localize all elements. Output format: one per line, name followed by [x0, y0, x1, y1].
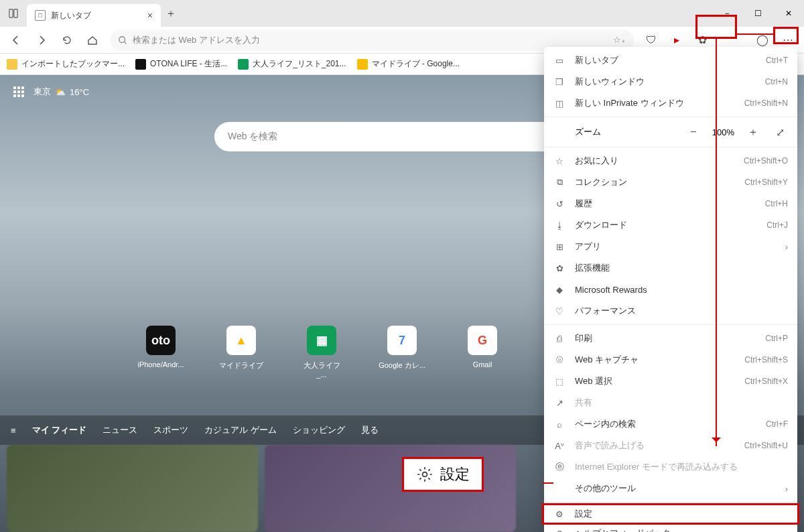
history-icon: ↺: [553, 199, 565, 209]
gear-icon: [416, 466, 433, 483]
weather-widget[interactable]: 東京 ⛅ 16°C: [34, 86, 89, 98]
gear-icon: ⚙: [553, 509, 565, 519]
menu-item-shortcut: Ctrl+Shift+S: [744, 355, 788, 364]
tab-title: 新しいタブ: [51, 10, 91, 21]
select-icon: ⬚: [553, 377, 565, 387]
menu-item-window[interactable]: ❐ 新しいウィンドウ Ctrl+N: [544, 71, 797, 92]
menu-item-ie: ⓔ Internet Explorer モードで再読み込みする: [544, 456, 797, 478]
annotation-connector: [736, 34, 775, 35]
menu-item-inprivate[interactable]: ◫ 新しい InPrivate ウィンドウ Ctrl+Shift+N: [544, 92, 797, 114]
menu-item-label: お気に入り: [575, 155, 734, 167]
chevron-right-icon: ›: [785, 529, 788, 533]
menu-item-collections[interactable]: ⧉ コレクション Ctrl+Shift+Y: [544, 172, 797, 193]
back-button[interactable]: [4, 29, 28, 51]
zoom-out-button[interactable]: −: [685, 126, 701, 138]
window-icon: ❐: [553, 77, 565, 87]
menu-item-tab[interactable]: ▭ 新しいタブ Ctrl+T: [544, 50, 797, 71]
bookmark-item[interactable]: OTONA LIFE - 生活...: [135, 58, 227, 70]
page-settings-icon[interactable]: [13, 86, 24, 97]
menu-item-gear[interactable]: ⚙ 設定: [542, 503, 799, 525]
menu-item-label: 共有: [575, 397, 788, 409]
new-tab-button[interactable]: ＋: [161, 3, 181, 23]
feed-tab[interactable]: ニュース: [103, 424, 137, 436]
quick-link-label: 大人ライフ_...: [298, 360, 345, 379]
home-button[interactable]: [80, 29, 105, 51]
news-card[interactable]: [7, 445, 258, 532]
maximize-button[interactable]: ☐: [742, 3, 773, 24]
menu-item-select[interactable]: ⬚ Web 選択 Ctrl+Shift+X: [544, 371, 797, 392]
bookmark-item[interactable]: 大人ライフ_リスト_201...: [238, 58, 346, 70]
bookmark-label: 大人ライフ_リスト_201...: [253, 58, 346, 70]
menu-item-shortcut: Ctrl+Shift+X: [744, 377, 788, 386]
menu-item-star[interactable]: ☆ お気に入り Ctrl+Shift+O: [544, 150, 797, 172]
menu-item-shortcut: Ctrl+Shift+O: [744, 156, 788, 165]
menu-separator: [544, 117, 797, 117]
ext-icon: ✿: [553, 263, 565, 273]
menu-item-shortcut: Ctrl+F: [766, 419, 788, 429]
weather-icon: ⛅: [55, 87, 66, 97]
menu-item-print[interactable]: ⎙ 印刷 Ctrl+P: [544, 328, 797, 349]
menu-item-ext[interactable]: ✿ 拡張機能: [544, 257, 797, 279]
search-icon: [118, 36, 127, 45]
chevron-right-icon: ›: [785, 242, 788, 252]
feed-tab[interactable]: 見る: [361, 424, 379, 436]
menu-item-rewards[interactable]: ◆ Microsoft Rewards: [544, 279, 797, 300]
quick-link-label: マイドライブ: [219, 360, 263, 371]
menu-item-label: パフォーマンス: [575, 305, 788, 317]
star-icon: ☆: [553, 156, 565, 166]
tab-actions-button[interactable]: [0, 0, 27, 27]
browser-tab[interactable]: □ 新しいタブ ×: [27, 4, 161, 27]
quick-link[interactable]: ▦大人ライフ_...: [298, 326, 345, 379]
quick-link[interactable]: 7Google カレ...: [379, 326, 425, 379]
help-icon: ?: [553, 529, 565, 533]
address-placeholder: 検索または Web アドレスを入力: [133, 34, 260, 46]
menu-item-download[interactable]: ⭳ ダウンロード Ctrl+J: [544, 214, 797, 236]
zoom-in-button[interactable]: ＋: [745, 125, 761, 139]
bookmark-label: インポートしたブックマー...: [21, 58, 125, 70]
menu-item-label: 設定: [575, 508, 788, 520]
print-icon: ⎙: [553, 334, 565, 344]
menu-item-shortcut: Ctrl+H: [765, 199, 788, 208]
quick-link-icon: ▦: [307, 326, 336, 355]
bookmark-favicon-icon: [238, 59, 249, 70]
reload-button[interactable]: [55, 29, 79, 51]
menu-item-history[interactable]: ↺ 履歴 Ctrl+H: [544, 193, 797, 214]
svg-rect-0: [9, 9, 13, 17]
forward-button[interactable]: [29, 29, 54, 51]
bookmark-label: OTONA LIFE - 生活...: [150, 58, 227, 70]
menu-item-read: Aᵛ 音声で読み上げる Ctrl+Shift+U: [544, 435, 797, 456]
ntp-search-box[interactable]: Web を検索: [214, 122, 590, 151]
hamburger-icon[interactable]: ≡: [11, 425, 16, 436]
quick-link-icon: G: [468, 326, 497, 355]
quick-link[interactable]: otoiPhone/Andr...: [137, 326, 184, 379]
fullscreen-button[interactable]: ⤢: [772, 126, 788, 139]
quick-link[interactable]: GGmail: [459, 326, 506, 379]
feed-tab[interactable]: カジュアル ゲーム: [204, 424, 277, 436]
quick-link-label: Gmail: [473, 360, 492, 369]
menu-item-apps[interactable]: ⊞ アプリ ›: [544, 236, 797, 257]
menu-item-tools[interactable]: その他のツール ›: [544, 478, 797, 499]
bookmark-favicon-icon: [7, 59, 17, 70]
minimize-button[interactable]: −: [712, 3, 742, 24]
titlebar: □ 新しいタブ × ＋ − ☐ ✕: [0, 0, 804, 27]
weather-temp: 16°C: [70, 87, 89, 97]
svg-point-3: [423, 472, 427, 477]
quick-link-label: Google カレ...: [379, 360, 425, 371]
favorite-star-icon[interactable]: ☆₊: [613, 35, 626, 45]
menu-item-perf[interactable]: ♡ パフォーマンス: [544, 300, 797, 322]
quick-link[interactable]: ▲マイドライブ: [218, 326, 265, 379]
capture-icon: ⦾: [553, 354, 565, 365]
close-window-button[interactable]: ✕: [773, 3, 804, 24]
collections-icon: ⧉: [553, 177, 565, 188]
bookmark-item[interactable]: マイドライブ - Google...: [357, 58, 460, 70]
feed-tab-active[interactable]: マイ フィード: [32, 424, 87, 436]
window-controls: − ☐ ✕: [712, 3, 804, 24]
tab-close-button[interactable]: ×: [147, 10, 153, 21]
quick-link-icon: 7: [387, 326, 417, 355]
feed-tab[interactable]: ショッピング: [293, 424, 345, 436]
menu-item-find[interactable]: ⌕ ページ内の検索 Ctrl+F: [544, 413, 797, 435]
feed-tab[interactable]: スポーツ: [153, 424, 188, 436]
menu-item-shortcut: Ctrl+Shift+U: [744, 441, 788, 450]
bookmark-item[interactable]: インポートしたブックマー...: [7, 58, 125, 70]
menu-item-capture[interactable]: ⦾ Web キャプチャ Ctrl+Shift+S: [544, 349, 797, 371]
